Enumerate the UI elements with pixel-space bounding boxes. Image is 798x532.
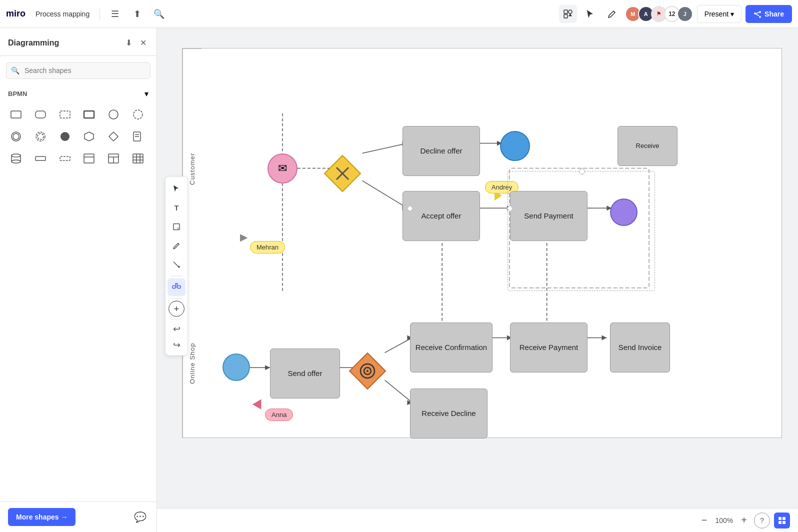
shape-dashed-rect[interactable] — [55, 104, 75, 124]
end-event-decline — [500, 131, 530, 161]
shape-document[interactable] — [128, 126, 148, 146]
shape-rounded-rect[interactable] — [30, 104, 50, 124]
svg-point-13 — [60, 132, 70, 141]
canvas-toolbar: T + ↩ ↪ — [165, 176, 188, 356]
shape-circle[interactable] — [104, 104, 124, 124]
svg-rect-3 — [11, 111, 21, 118]
receive-partial-top[interactable]: Receive — [618, 126, 678, 166]
board-title[interactable]: Process mapping — [32, 8, 94, 20]
shape-cylinder[interactable] — [6, 148, 26, 168]
accept-offer-box[interactable]: Accept offer — [402, 191, 480, 241]
export-button[interactable]: ⬆ — [128, 5, 146, 23]
search-icon: 🔍 — [11, 66, 20, 74]
shape-bold-rect[interactable] — [79, 104, 99, 124]
shape-double-circle[interactable] — [6, 126, 26, 146]
chat-button[interactable]: 💬 — [132, 509, 148, 525]
pen-button[interactable] — [603, 5, 621, 23]
shape-filled-circle[interactable] — [55, 126, 75, 146]
send-offer-box[interactable]: Send offer — [270, 348, 340, 398]
svg-point-10 — [13, 134, 19, 140]
svg-rect-25 — [84, 154, 94, 163]
svg-rect-78 — [778, 517, 782, 520]
send-invoice-box[interactable]: Send Invoice — [610, 322, 670, 372]
decline-offer-box[interactable]: Decline offer — [402, 126, 480, 176]
topbar: miro Process mapping ☰ ⬆ 🔍 M — [0, 0, 798, 28]
topbar-separator — [100, 8, 100, 20]
svg-point-7 — [109, 110, 118, 119]
cursor-anna — [252, 396, 266, 410]
add-tool[interactable]: + — [168, 301, 184, 317]
receive-confirmation-box[interactable]: Receive Confirmation — [410, 322, 492, 372]
svg-rect-2 — [564, 14, 568, 18]
export-panel-button[interactable]: ⬇ — [124, 36, 134, 50]
panel-title: Diagramming — [8, 38, 59, 48]
svg-rect-35 — [174, 224, 180, 230]
bottom-bar: − 100% + ? — [157, 508, 798, 532]
svg-rect-80 — [778, 521, 782, 524]
start-event-mail[interactable]: ✉ — [268, 154, 298, 184]
svg-rect-30 — [133, 154, 143, 163]
left-panel: Diagramming ⬇ ✕ 🔍 BPMN ▾ — [0, 28, 157, 532]
svg-rect-79 — [782, 517, 786, 520]
search-button[interactable]: 🔍 — [150, 5, 168, 23]
share-label: Share — [764, 10, 784, 18]
more-shapes-button[interactable]: More shapes → — [8, 508, 76, 526]
redo-button[interactable]: ↪ — [171, 338, 182, 352]
anna-label: Anna — [265, 408, 293, 421]
toolbar-separator-2 — [170, 298, 182, 299]
svg-line-63 — [385, 380, 412, 402]
bpmn-label: BPMN — [8, 90, 27, 98]
svg-point-39 — [176, 284, 178, 286]
svg-point-19 — [12, 154, 20, 157]
shape-diamond[interactable] — [104, 126, 124, 146]
bpmn-section: BPMN ▾ — [0, 85, 156, 170]
mehran-label: Mehran — [250, 241, 285, 254]
shape-hexagon[interactable] — [79, 126, 99, 146]
share-button[interactable]: Share — [746, 5, 792, 23]
shape-list[interactable] — [79, 148, 99, 168]
chevron-down-icon: ▾ — [730, 10, 734, 18]
zoom-out-button[interactable]: − — [698, 512, 710, 528]
gateway-x[interactable] — [322, 154, 362, 194]
shape-double-circle-dashed[interactable] — [30, 126, 50, 146]
shapes-grid — [6, 102, 150, 170]
shape-circle-dashed[interactable] — [128, 104, 148, 124]
receive-payment-box[interactable]: Receive Payment — [510, 322, 588, 372]
search-input[interactable] — [6, 62, 150, 79]
receive-decline-box[interactable]: Receive Decline — [410, 388, 488, 438]
text-tool[interactable]: T — [168, 199, 186, 217]
shape-dashed-small[interactable] — [55, 148, 75, 168]
minimap-button[interactable] — [774, 512, 790, 528]
chevron-down-icon: ▾ — [144, 89, 148, 98]
pen-tool[interactable] — [168, 237, 186, 255]
cursor-mehran: ▶ — [240, 231, 248, 243]
toolbar-separator-3 — [170, 319, 182, 320]
present-button[interactable]: Present ▾ — [697, 5, 742, 23]
bpmn-header[interactable]: BPMN ▾ — [6, 85, 150, 102]
svg-marker-58 — [265, 365, 270, 370]
close-panel-button[interactable]: ✕ — [138, 36, 148, 50]
zoom-in-button[interactable]: + — [738, 512, 750, 528]
sticky-tool[interactable] — [168, 218, 186, 236]
menu-button[interactable]: ☰ — [106, 5, 124, 23]
send-payment-box[interactable]: Send Payment — [510, 191, 588, 241]
zoom-level: 100% — [714, 516, 734, 524]
shape-table[interactable] — [104, 148, 124, 168]
svg-point-22 — [12, 160, 20, 163]
shapes-button[interactable] — [559, 5, 577, 23]
help-button[interactable]: ? — [754, 512, 770, 528]
shape-rectangle[interactable] — [6, 104, 26, 124]
line-tool[interactable] — [168, 256, 186, 274]
select-tool[interactable] — [168, 180, 186, 198]
undo-button[interactable]: ↩ — [171, 322, 182, 336]
topbar-right: M A ⚑ 12 J Present ▾ Share — [559, 5, 792, 23]
shape-flat-rect[interactable] — [30, 148, 50, 168]
cursor-button[interactable] — [581, 5, 599, 23]
present-label: Present — [704, 10, 728, 18]
toolbar-separator — [170, 276, 182, 276]
shape-grid[interactable] — [128, 148, 148, 168]
diagram-tool[interactable] — [168, 278, 186, 296]
svg-point-77 — [366, 370, 368, 372]
gateway-orange[interactable] — [348, 351, 388, 391]
canvas[interactable]: Customer Online Shop — [157, 28, 798, 532]
